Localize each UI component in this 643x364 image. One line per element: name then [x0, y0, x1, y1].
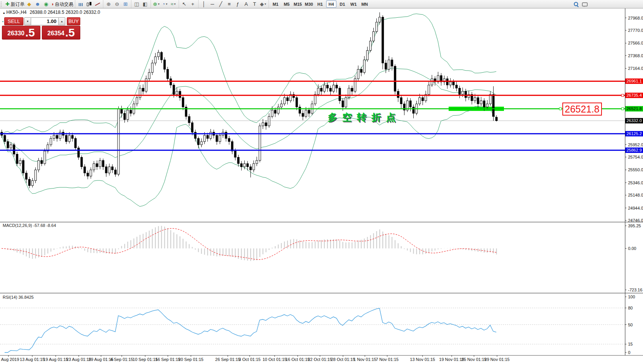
auto-scroll-icon: ◫ [134, 1, 139, 8]
fibonacci-button[interactable]: ƒ [234, 1, 242, 8]
svg-text:23 Aug 01:15: 23 Aug 01:15 [66, 357, 91, 362]
indicators-button-dropdown-icon[interactable]: ▾ [174, 1, 176, 8]
autotrade-button-label: 自动交易 [55, 1, 73, 8]
equidistant-channel-button[interactable]: ≡ [225, 1, 233, 8]
signals-button[interactable]: ◉ [42, 1, 50, 8]
svg-text:13 Nov 01:15: 13 Nov 01:15 [410, 357, 435, 362]
toolbar-group: ↖+ [179, 0, 199, 8]
text-label-button[interactable]: T [251, 1, 259, 8]
timeframe-d1[interactable]: D1 [337, 0, 348, 8]
svg-text:15: 15 [628, 342, 633, 346]
timeframe-mn[interactable]: MN [360, 0, 370, 8]
svg-text:29 Nov 01:15: 29 Nov 01:15 [484, 357, 509, 362]
hline-handle[interactable] [621, 94, 624, 96]
volume-input[interactable] [31, 17, 58, 25]
hline-button[interactable]: ─ [209, 1, 216, 8]
price-axis[interactable]: 27968.027770.027566.027368.027164.025952… [625, 16, 643, 355]
rsi-line [5, 308, 496, 352]
hline-handle[interactable] [621, 108, 624, 110]
svg-text:4 Sep 01:15: 4 Sep 01:15 [110, 357, 133, 362]
chart-frame [0, 8, 643, 356]
volume-decrease-button[interactable]: ▼ [24, 17, 31, 25]
autotrade-icon: ◑ [51, 1, 54, 8]
svg-text:7 Nov 01:15: 7 Nov 01:15 [376, 357, 398, 362]
chart-shift-button[interactable]: ◧ [141, 1, 149, 8]
tile-windows-button[interactable]: ⊞ [122, 1, 129, 8]
zoom-out-button[interactable]: ⊖ [113, 1, 121, 8]
buy-price-display[interactable]: 26354 .5 [42, 26, 80, 40]
cursor-button[interactable]: ↖ [181, 1, 188, 8]
macd-pane[interactable] [2, 226, 497, 261]
buy-price-main: 26354 [47, 28, 65, 38]
search-button[interactable] [572, 1, 580, 8]
svg-text:25952.0: 25952.0 [628, 142, 643, 147]
new-chart-button-dropdown-icon[interactable]: ▾ [158, 1, 159, 8]
svg-text:26735.4: 26735.4 [626, 93, 642, 98]
svg-text:27770.0: 27770.0 [628, 28, 643, 33]
sell-button[interactable]: SELL [4, 17, 23, 25]
sell-price-display[interactable]: 26330 .5 [2, 26, 40, 40]
time-axis[interactable]: 7 Aug 201913 Aug 01:1519 Aug 01:1523 Aug… [0, 355, 510, 362]
volume-increase-button[interactable]: ▲ [58, 17, 65, 25]
mt4-terminal-window: ✚新订单◆☻◉◑自动交易⊕⊖⊞◫◧⊕▾◔▾≈▾↖+│─╱≡ƒAT◆▾M1M5M1… [0, 0, 643, 364]
svg-text:26 Sep 01:15: 26 Sep 01:15 [215, 357, 240, 362]
toolbar-group: ✚新订单◆☻◉◑自动交易 [4, 0, 75, 8]
profile-button[interactable]: ☻ [34, 1, 41, 8]
text-button[interactable]: A [242, 1, 250, 8]
toolbar-group: ⊕▾◔▾≈▾ [151, 0, 179, 8]
macd-signal-line [2, 228, 496, 260]
timeframe-m1[interactable]: M1 [270, 0, 281, 8]
svg-text:395.25: 395.25 [628, 223, 641, 228]
periodicity-button[interactable]: ◔▾ [161, 1, 169, 8]
timeframe-h4[interactable]: H4 [326, 0, 336, 8]
svg-text:50: 50 [628, 323, 633, 327]
new-chart-button[interactable]: ⊕▾ [152, 1, 160, 8]
svg-text:16 Oct 01:15: 16 Oct 01:15 [286, 357, 310, 362]
candle-chart-button[interactable] [85, 1, 93, 8]
profile-icon: ☻ [35, 1, 40, 8]
svg-text:0: 0 [628, 350, 630, 355]
svg-text:80: 80 [628, 306, 633, 310]
svg-text:27368.0: 27368.0 [628, 53, 643, 58]
periodicity-button-dropdown-icon[interactable]: ▾ [166, 1, 167, 8]
hline-icon: ─ [210, 1, 214, 8]
indicators-button[interactable]: ≈▾ [169, 1, 177, 8]
trendline-button[interactable]: ╱ [217, 1, 225, 8]
chat-button[interactable] [581, 1, 588, 8]
svg-text:28 Oct 01:15: 28 Oct 01:15 [331, 357, 355, 362]
autotrade-button[interactable]: ◑自动交易 [51, 1, 73, 8]
buy-button[interactable]: BUY [67, 17, 80, 25]
zoom-in-button[interactable]: ⊕ [105, 1, 113, 8]
history-icon: ◆ [27, 1, 31, 8]
timeframe-h1[interactable]: H1 [315, 0, 325, 8]
line-chart-button[interactable] [94, 1, 101, 8]
arrows-button[interactable]: ◆▾ [259, 1, 267, 8]
svg-text:25 Nov 01:15: 25 Nov 01:15 [461, 357, 486, 362]
svg-text:25346.0: 25346.0 [628, 180, 643, 185]
bar-chart-button[interactable] [77, 1, 85, 8]
price-chart[interactable]: 27968.027770.027566.027368.027164.025952… [0, 0, 643, 364]
candle-chart-icon [86, 2, 92, 7]
sell-price-frac: .5 [25, 27, 35, 38]
sell-price-main: 26330 [7, 28, 25, 38]
rsi-pane[interactable] [0, 308, 625, 352]
timeframe-m5[interactable]: M5 [282, 0, 292, 8]
svg-text:26521.8: 26521.8 [626, 106, 642, 111]
main-plot[interactable] [0, 12, 625, 207]
new-order-icon: ✚ [5, 1, 10, 8]
vline-button[interactable]: │ [200, 1, 208, 8]
level-lines-layer[interactable] [0, 81, 625, 150]
crosshair-button[interactable]: + [189, 1, 197, 8]
timeframe-w1[interactable]: W1 [348, 0, 359, 8]
toolbar-group: ⊕⊖⊞ [103, 0, 131, 8]
new-order-button[interactable]: ✚新订单 [5, 1, 25, 8]
arrows-button-dropdown-icon[interactable]: ▾ [265, 1, 266, 8]
signal-icon: ◉ [44, 1, 48, 8]
history-center-button[interactable]: ◆ [25, 1, 33, 8]
svg-text:0.00: 0.00 [628, 246, 636, 251]
chat-icon [582, 2, 587, 7]
hline-handle[interactable] [559, 108, 562, 110]
timeframe-m30[interactable]: M30 [304, 0, 314, 8]
auto-scroll-button[interactable]: ◫ [133, 1, 141, 8]
timeframe-m15[interactable]: M15 [293, 0, 303, 8]
